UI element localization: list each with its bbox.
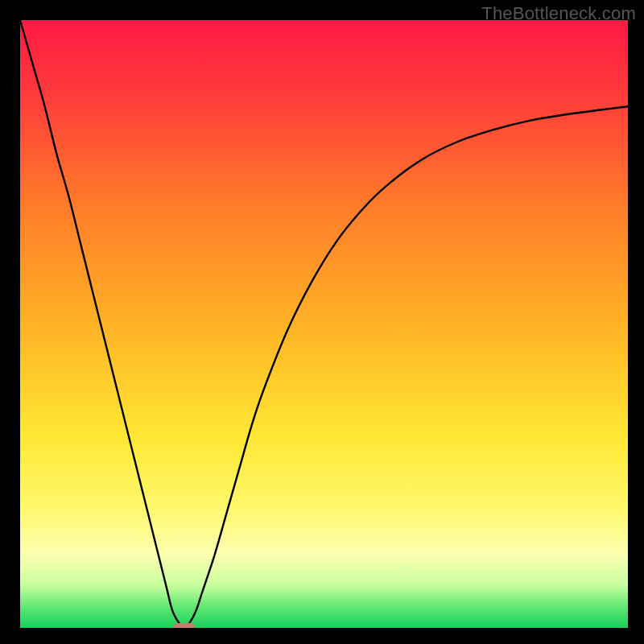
gradient-background [20, 20, 628, 628]
chart-svg [20, 20, 628, 628]
plot-area [20, 20, 628, 628]
chart-frame: TheBottleneck.com [0, 0, 644, 644]
watermark-text: TheBottleneck.com [481, 3, 636, 24]
minimum-marker [173, 623, 195, 628]
